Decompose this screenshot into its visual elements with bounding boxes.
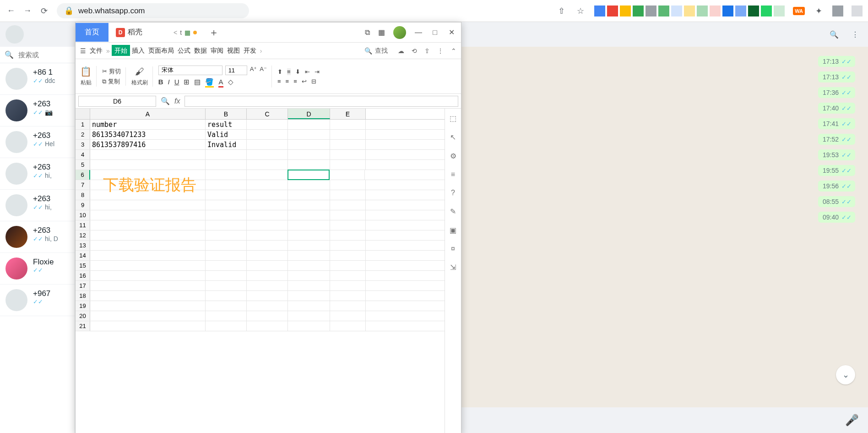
cell[interactable] <box>247 190 288 200</box>
row-header[interactable]: 4 <box>76 150 90 159</box>
cell[interactable] <box>247 321 288 331</box>
close-window-button[interactable]: ✕ <box>447 28 456 37</box>
column-header[interactable]: D <box>288 109 330 119</box>
cell[interactable] <box>329 170 365 180</box>
row-header[interactable]: 14 <box>76 251 90 260</box>
chat-message-bubble[interactable]: 17:13✓✓ <box>818 56 855 67</box>
cell[interactable] <box>288 160 330 170</box>
chat-message-bubble[interactable]: 17:52✓✓ <box>818 134 855 145</box>
cell[interactable] <box>330 251 366 260</box>
wa-contact-item[interactable]: Floxie ✓✓ <box>0 253 75 285</box>
cell[interactable] <box>288 301 330 311</box>
cell[interactable] <box>247 210 288 220</box>
wps-menu-item[interactable]: 审阅 <box>209 45 225 56</box>
chat-message-bubble[interactable]: 09:40✓✓ <box>818 212 855 223</box>
profile-icon[interactable] <box>832 5 843 16</box>
menu-icon[interactable]: ⋮ <box>852 30 859 39</box>
cell[interactable] <box>288 271 330 280</box>
cell[interactable] <box>247 120 288 129</box>
cell[interactable] <box>288 311 330 321</box>
cell[interactable] <box>90 291 206 301</box>
cell[interactable] <box>206 251 247 260</box>
cell[interactable] <box>206 241 247 250</box>
cell[interactable] <box>206 170 247 180</box>
side-export-icon[interactable]: ⇲ <box>450 263 456 272</box>
reload-button[interactable]: ⟳ <box>38 5 49 16</box>
cell[interactable]: 8613537897416 <box>90 140 206 149</box>
cell[interactable] <box>206 311 247 321</box>
hamburger-icon[interactable]: ☰ <box>80 47 86 55</box>
align-middle-button[interactable]: ≡ <box>287 68 291 75</box>
wps-home-tab[interactable]: 首页 <box>76 23 108 42</box>
cell[interactable] <box>206 150 247 159</box>
layout-icon-2[interactable]: ▦ <box>378 28 385 37</box>
column-header[interactable]: C <box>247 109 288 119</box>
font-color-button[interactable]: A <box>218 78 223 88</box>
cell[interactable] <box>330 160 366 170</box>
indent-left-button[interactable]: ⇤ <box>305 68 310 75</box>
copy-button[interactable]: ⧉ 复制 <box>102 77 121 86</box>
cell[interactable] <box>330 150 366 159</box>
chat-message-bubble[interactable]: 19:53✓✓ <box>818 149 855 160</box>
cell[interactable] <box>288 230 330 240</box>
search-icon[interactable]: 🔍 <box>830 30 839 39</box>
merge-button[interactable]: ▤ <box>194 78 201 88</box>
wps-search[interactable]: 🔍 查找 <box>364 47 388 55</box>
cell[interactable] <box>247 241 288 250</box>
cell[interactable] <box>288 120 330 129</box>
cell[interactable] <box>206 291 247 301</box>
chat-message-bubble[interactable]: 17:40✓✓ <box>818 103 855 114</box>
cell[interactable] <box>330 301 366 311</box>
format-painter-icon[interactable]: 🖌 <box>135 66 144 77</box>
align-top-button[interactable]: ⬆ <box>277 68 282 75</box>
cell[interactable] <box>206 180 247 190</box>
cell[interactable] <box>90 271 206 280</box>
decrease-font-icon[interactable]: A⁻ <box>260 66 267 75</box>
cell[interactable] <box>247 200 288 210</box>
cell[interactable]: 8613534071233 <box>90 130 206 139</box>
row-header[interactable]: 5 <box>76 160 90 170</box>
wa-search-input[interactable] <box>18 51 55 59</box>
wps-docer-tab[interactable]: D 稻壳 <box>108 27 150 37</box>
cell[interactable]: result <box>206 120 247 129</box>
more-icon[interactable]: ⋮ <box>437 47 444 55</box>
cell[interactable] <box>90 160 206 170</box>
row-header[interactable]: 2 <box>76 130 90 139</box>
row-header[interactable]: 19 <box>76 301 90 311</box>
cell[interactable] <box>206 271 247 280</box>
share-icon[interactable]: ⇪ <box>424 47 430 55</box>
cell[interactable] <box>288 210 330 220</box>
cell[interactable] <box>206 321 247 331</box>
bold-button[interactable]: B <box>158 78 163 88</box>
cell[interactable] <box>90 230 206 240</box>
wa-contact-item[interactable]: +967 ✓✓ <box>0 285 75 316</box>
cell[interactable] <box>330 311 366 321</box>
chat-message-bubble[interactable]: 17:36✓✓ <box>818 87 855 98</box>
merge-cells-button[interactable]: ⊟ <box>311 78 316 85</box>
side-layers-icon[interactable]: ≡ <box>451 170 455 179</box>
name-box[interactable] <box>78 96 156 107</box>
wps-menu-item[interactable]: 公式 <box>176 45 192 56</box>
cell[interactable] <box>247 150 288 159</box>
chat-message-bubble[interactable]: 17:13✓✓ <box>818 71 855 82</box>
cell[interactable] <box>330 291 366 301</box>
cell[interactable] <box>206 200 247 210</box>
row-header[interactable]: 15 <box>76 261 90 270</box>
cell[interactable] <box>330 180 366 190</box>
cell[interactable] <box>330 281 366 290</box>
side-select-icon[interactable]: ⬚ <box>450 114 456 123</box>
paste-icon[interactable]: 📋 <box>80 66 92 77</box>
fill-color-button[interactable]: 🪣 <box>205 78 214 88</box>
side-settings-icon[interactable]: ⚙ <box>450 152 456 160</box>
extensions-icon[interactable]: ✦ <box>813 5 824 16</box>
side-style-icon[interactable]: ✎ <box>450 207 456 216</box>
cell[interactable] <box>206 160 247 170</box>
cell[interactable] <box>330 130 366 139</box>
chat-message-bubble[interactable]: 17:41✓✓ <box>818 118 855 129</box>
forward-button[interactable]: → <box>22 5 33 16</box>
cell[interactable] <box>330 321 366 331</box>
wa-contact-item[interactable]: +263 ✓✓ hi, <box>0 190 75 221</box>
font-size-select[interactable] <box>225 66 247 75</box>
cell[interactable] <box>288 220 330 230</box>
cell[interactable] <box>90 210 206 220</box>
